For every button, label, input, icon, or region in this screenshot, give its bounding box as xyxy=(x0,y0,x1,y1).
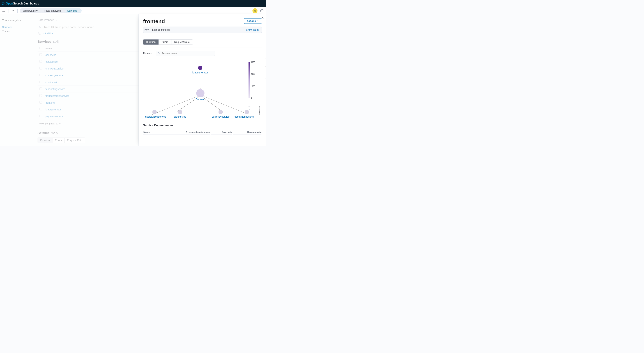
graph-edge xyxy=(203,96,248,114)
actions-button[interactable]: Actions xyxy=(244,18,262,24)
deps-col-err[interactable]: Error rate xyxy=(211,130,232,135)
service-map-graph[interactable]: loadgenerator frontend ductcatalogservic… xyxy=(143,59,262,120)
brand-rest: Dashboards xyxy=(23,2,39,5)
show-dates-link[interactable]: Show dates xyxy=(244,28,262,31)
node-label: cartservice xyxy=(174,115,186,118)
node-recommendations[interactable] xyxy=(245,110,249,114)
time-picker[interactable]: Last 15 minutes Show dates xyxy=(143,26,262,33)
service-deps-title: Service Dependencies xyxy=(143,124,262,127)
brand-logo[interactable]: OpenSearch Dashboards xyxy=(2,2,39,5)
home-icon xyxy=(12,9,14,12)
hamburger-icon xyxy=(2,9,6,12)
chevron-down-icon xyxy=(257,20,259,22)
node-ductcatalogservice[interactable] xyxy=(152,110,157,114)
tab-duration[interactable]: Duration xyxy=(143,39,159,44)
deps-col-avg[interactable]: Average duration (ms) xyxy=(160,130,210,135)
focus-input-wrap xyxy=(156,51,215,56)
legend-tick: 0 xyxy=(251,97,252,99)
node-label: frontend xyxy=(196,98,205,101)
brand-bold: Open xyxy=(6,2,13,5)
flyout-close-button[interactable] xyxy=(260,15,265,20)
deps-table: Name ↑ Average duration (ms) Error rate … xyxy=(143,129,262,135)
graph-edge xyxy=(152,96,198,115)
sort-asc-icon: ↑ xyxy=(150,131,152,133)
calendar-icon-wrap[interactable] xyxy=(143,28,150,31)
legend-tick: 1000 xyxy=(251,85,255,87)
tab-errors[interactable]: Errors xyxy=(159,39,172,44)
help-icon[interactable]: ? xyxy=(260,9,264,12)
deps-col-req[interactable]: Request rate xyxy=(233,130,262,135)
breadcrumb-services[interactable]: Services xyxy=(64,8,80,13)
svg-point-5 xyxy=(158,52,159,54)
service-flyout: frontend Actions Last 15 minutes Show da… xyxy=(138,14,266,146)
flyout-title: frontend xyxy=(143,18,165,24)
actions-label: Actions xyxy=(247,19,256,22)
breadcrumb: Observability Trace analytics Services xyxy=(20,8,80,13)
search-icon xyxy=(158,52,160,54)
divider xyxy=(143,47,262,48)
opensearch-icon xyxy=(2,2,5,5)
brand-mid: Search xyxy=(13,2,23,5)
svg-rect-4 xyxy=(145,29,146,31)
node-cartservice[interactable] xyxy=(178,110,182,114)
node-label: recommendations xyxy=(234,115,254,118)
legend-gradient xyxy=(248,62,250,98)
nav-toggle-button[interactable] xyxy=(1,8,7,14)
legend: 3000 2000 1000 0 Average duration (ms) N… xyxy=(248,60,260,102)
legend-tick: 3000 xyxy=(251,61,255,63)
breadcrumb-observability[interactable]: Observability xyxy=(20,8,41,13)
node-frontend[interactable] xyxy=(196,89,204,97)
legend-axis-label: Average duration (ms) xyxy=(265,58,266,80)
node-label: ductcatalogservice xyxy=(145,115,166,118)
node-loadgenerator[interactable] xyxy=(198,66,202,70)
time-label: Last 15 minutes xyxy=(150,28,172,31)
home-button[interactable] xyxy=(10,8,16,14)
flyout-metric-tabs: Duration Errors Request Rate xyxy=(143,39,193,45)
breadcrumb-trace-analytics[interactable]: Trace analytics xyxy=(41,8,64,13)
arrow-icon xyxy=(200,88,201,89)
node-currencyservice[interactable] xyxy=(218,110,223,114)
node-label: currencyservice xyxy=(212,115,230,118)
divider xyxy=(8,9,8,13)
page-stage: Trace analytics Services Traces Data Pre… xyxy=(0,14,266,146)
legend-nomatch-icon xyxy=(248,106,251,109)
deps-col-name[interactable]: Name ↑ xyxy=(144,130,160,135)
chevron-down-icon xyxy=(147,29,149,30)
legend-nomatch-label: No match xyxy=(258,106,261,115)
focus-input[interactable] xyxy=(162,52,213,55)
calendar-icon xyxy=(144,28,147,31)
focus-label: Focus on xyxy=(143,52,154,55)
svg-text:?: ? xyxy=(261,10,262,12)
brand-bar: OpenSearch Dashboards xyxy=(0,0,266,7)
chrome-bar: Observability Trace analytics Services a… xyxy=(0,7,266,14)
tab-request-rate[interactable]: Request Rate xyxy=(172,39,192,44)
legend-tick: 2000 xyxy=(251,73,255,75)
node-label: loadgenerator xyxy=(192,71,208,74)
close-icon xyxy=(261,16,264,19)
avatar[interactable]: a xyxy=(252,8,258,13)
